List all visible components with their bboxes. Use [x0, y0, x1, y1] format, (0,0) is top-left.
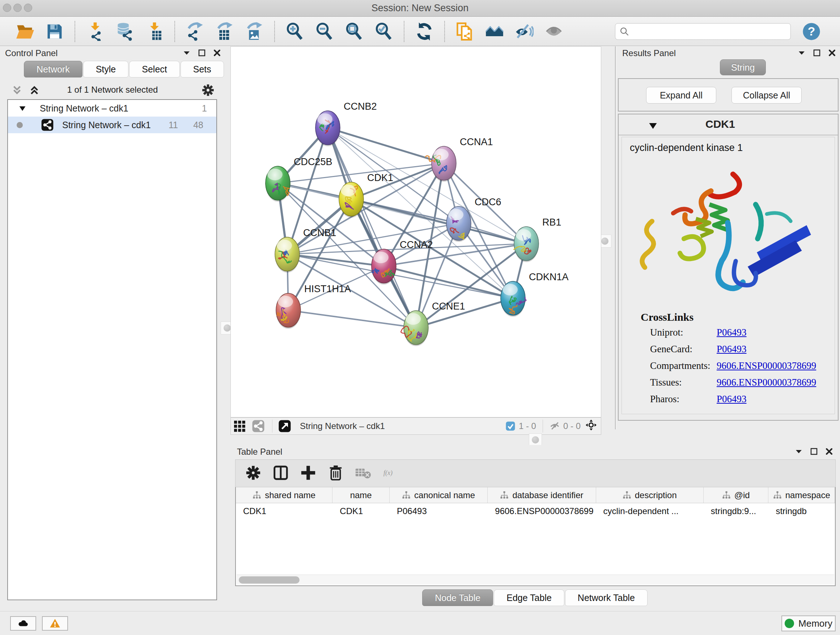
node-CCNE1[interactable]: CCNE1 [401, 301, 465, 346]
entry-header[interactable]: CDK1 [619, 114, 838, 135]
entry-caret-icon[interactable] [648, 122, 658, 130]
edge-CCNB2-CCNE1[interactable] [328, 128, 416, 328]
column-header-id[interactable]: @id [704, 487, 769, 503]
tab-edge-table[interactable]: Edge Table [494, 589, 564, 606]
table-cell[interactable]: cyclin-dependent ... [596, 503, 704, 519]
table-cell[interactable]: stringdb [768, 503, 835, 519]
import-network-database-button[interactable] [114, 20, 136, 43]
panel-close-icon[interactable] [828, 49, 836, 57]
hide-selected-button[interactable] [513, 20, 535, 43]
help-button[interactable]: ? [802, 22, 821, 41]
column-header-sharedname[interactable]: shared name [236, 487, 332, 503]
edge-CCNB1-CCNA2[interactable] [287, 254, 384, 266]
tab-style[interactable]: Style [83, 61, 129, 78]
table-hscrollbar-thumb[interactable] [239, 576, 300, 584]
string-import-button[interactable] [454, 20, 476, 43]
panel-float-icon[interactable] [197, 49, 206, 57]
memory-button[interactable]: Memory [782, 616, 836, 631]
add-column-icon[interactable] [300, 464, 319, 483]
panel-menu-icon[interactable] [794, 447, 803, 456]
node-table[interactable]: shared namenamecanonical namedatabase id… [235, 487, 836, 586]
delete-column-icon[interactable] [327, 464, 347, 483]
crosslink-link[interactable]: 9606.ENSP00000378699 [717, 360, 816, 371]
zoom-selected-button[interactable] [373, 20, 395, 43]
panel-menu-icon[interactable] [182, 49, 191, 57]
panel-float-icon[interactable] [810, 447, 818, 456]
table-hscrollbar[interactable] [237, 575, 834, 585]
grid-view-button[interactable] [233, 420, 248, 432]
node-CDC25B[interactable]: CDC25B [265, 157, 332, 202]
import-network-file-button[interactable] [84, 20, 106, 43]
tab-sets[interactable]: Sets [180, 61, 224, 78]
zoom-in-button[interactable] [284, 20, 306, 43]
column-header-namespace[interactable]: namespace [768, 487, 835, 503]
node-CCNA1[interactable]: CCNA1 [425, 136, 493, 182]
fit-content-button[interactable] [586, 420, 600, 432]
import-table-file-button[interactable] [143, 20, 166, 43]
cloud-button[interactable] [10, 616, 36, 631]
crosslink-link[interactable]: P06493 [717, 344, 747, 355]
edge-HIST1H1A-CCNE1[interactable] [288, 310, 416, 328]
tab-node-table[interactable]: Node Table [422, 589, 493, 606]
column-header-databaseidentifier[interactable]: database identifier [488, 487, 596, 503]
crosslink-link[interactable]: P06493 [717, 327, 747, 338]
table-toolbar: f(x) [235, 459, 836, 487]
selected-checkbox-icon[interactable] [505, 421, 516, 432]
results-actions-box: Expand All Collapse All [618, 78, 838, 111]
table-cell[interactable]: stringdb:9... [704, 503, 769, 519]
panel-menu-icon[interactable] [797, 49, 806, 57]
node-RB1[interactable]: RB1 [513, 217, 561, 262]
export-network-button[interactable] [184, 20, 206, 43]
zoom-out-button[interactable] [313, 20, 336, 43]
horizontal-splitter-grip[interactable] [529, 433, 542, 447]
node-CDKN1A[interactable]: CDKN1A [501, 272, 569, 317]
hidden-eye-icon[interactable] [549, 421, 561, 432]
save-session-button[interactable] [43, 20, 66, 43]
node-CDK1[interactable]: CDK1 [339, 172, 393, 218]
results-tab-string[interactable]: String [720, 59, 766, 75]
expand-all-button[interactable]: Expand All [646, 87, 716, 103]
collapse-all-button[interactable]: Collapse All [731, 87, 802, 103]
network-collection-row[interactable]: String Network – cdk1 1 [8, 100, 216, 117]
export-image-button[interactable] [243, 20, 265, 43]
table-cell[interactable]: CDK1 [236, 503, 332, 519]
tab-network-table[interactable]: Network Table [565, 589, 647, 606]
column-header-description[interactable]: description [596, 487, 704, 503]
share-view-button[interactable] [252, 420, 266, 432]
table-cell[interactable]: 9606.ENSP00000378699 [488, 503, 596, 519]
show-columns-icon[interactable] [272, 464, 292, 483]
open-session-button[interactable] [14, 20, 36, 43]
collection-caret-icon[interactable] [19, 106, 26, 111]
tab-select[interactable]: Select [129, 61, 180, 78]
export-table-button[interactable] [213, 20, 236, 43]
panel-close-icon[interactable] [213, 49, 221, 57]
panel-float-icon[interactable] [813, 49, 821, 57]
show-eye-button[interactable] [543, 20, 565, 43]
table-settings-gear-icon[interactable] [245, 464, 264, 483]
zoom-fit-button[interactable] [343, 20, 365, 43]
network-options-gear-icon[interactable] [201, 83, 215, 97]
houses-button[interactable] [483, 20, 506, 43]
network-graph[interactable]: CCNB2CCNA1CDC25BCDK1CDC6RB1CCNB1CCNA2CDK… [231, 47, 601, 417]
network-row-selected[interactable]: String Network – cdk1 11 48 [8, 117, 216, 133]
detach-view-button[interactable] [278, 420, 293, 432]
crosslink-row: Pharos:P06493 [650, 394, 831, 410]
open-session-icon [16, 22, 34, 41]
crosslinks-title: CrossLinks [641, 311, 693, 323]
panel-close-icon[interactable] [825, 447, 834, 456]
crosslink-link[interactable]: P06493 [717, 394, 747, 405]
table-cell[interactable]: CDK1 [332, 503, 390, 519]
column-header-label: database identifier [512, 490, 583, 500]
network-nodes[interactable]: CCNB2CCNA1CDC25BCDK1CDC6RB1CCNB1CCNA2CDK… [265, 101, 569, 346]
warnings-button[interactable] [42, 616, 68, 631]
crosslink-link[interactable]: 9606.ENSP00000378699 [717, 377, 816, 388]
table-cell[interactable]: P06493 [390, 503, 488, 519]
column-header-canonicalname[interactable]: canonical name [390, 487, 488, 503]
network-canvas[interactable]: CCNB2CCNA1CDC25BCDK1CDC6RB1CCNB1CCNA2CDK… [231, 46, 601, 417]
column-header-name[interactable]: name [332, 487, 390, 503]
refresh-button[interactable] [413, 20, 436, 43]
tab-network[interactable]: Network [24, 61, 82, 78]
search-input[interactable] [615, 23, 791, 40]
table-row[interactable]: CDK1CDK1P064939606.ENSP00000378699cyclin… [236, 503, 835, 519]
edge-CCNB2-CCNA1[interactable] [328, 128, 444, 163]
